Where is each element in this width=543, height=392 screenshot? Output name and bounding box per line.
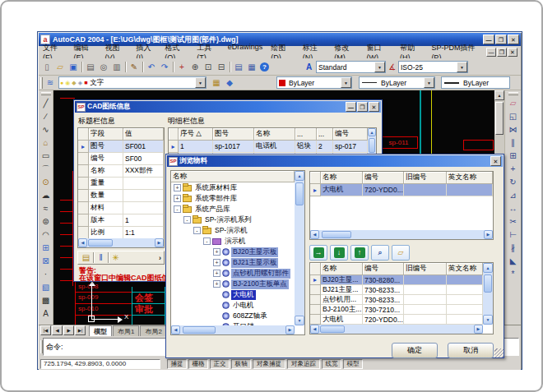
column-header[interactable]: 编号 [363, 263, 404, 275]
help-icon[interactable]: ? [260, 62, 269, 71]
layer-previous-icon[interactable]: ◆ [223, 76, 236, 90]
cell[interactable] [404, 295, 447, 305]
scrollbar-right-button[interactable]: ▶ [484, 230, 493, 239]
cell[interactable]: 2 [317, 141, 333, 153]
tree-item[interactable]: -演示机 [171, 236, 295, 247]
properties-icon[interactable]: ▤ [232, 61, 245, 74]
scrollbar[interactable]: ▲▼ [295, 171, 304, 325]
cell[interactable]: 730-8233... [363, 285, 404, 295]
cell[interactable] [447, 295, 483, 305]
erase-icon[interactable]: ▱ [507, 97, 520, 110]
dialog-close-button[interactable]: ✕ [369, 102, 379, 112]
cell[interactable]: 点钞机用... [321, 295, 363, 305]
column-header[interactable]: 序号 △ [179, 128, 213, 141]
spline-icon[interactable]: ≈ [39, 202, 53, 215]
dialog-close-button[interactable]: ✕ [490, 156, 501, 166]
mdi-close-button[interactable]: ✕ [508, 48, 517, 57]
column-header[interactable]: 英文名称 [447, 263, 483, 275]
cell[interactable]: SF001 [123, 141, 164, 153]
polygon-icon[interactable]: ⌂ [39, 136, 53, 150]
column-header[interactable]: 编号 [363, 172, 404, 184]
scrollbar-thumb[interactable] [495, 102, 504, 135]
tree-item[interactable]: +BJ21主显示板 [171, 257, 295, 268]
cell[interactable] [404, 275, 447, 285]
table-row[interactable]: ▸BJ20主显...730-8280... [310, 275, 493, 285]
cell[interactable]: 大电机 [321, 315, 363, 325]
layer-states-icon[interactable]: ▦ [210, 76, 223, 90]
scrollbar-up-button[interactable]: ▲ [483, 263, 493, 273]
cell[interactable]: 编号 [89, 153, 123, 165]
column-header[interactable]: 英文名称 [447, 172, 493, 184]
mtext-icon[interactable]: A [39, 307, 53, 321]
tree-item[interactable]: 小电机 [171, 300, 295, 311]
stretch-icon[interactable]: ↔ [507, 202, 520, 215]
cell[interactable]: 大电机 [321, 184, 363, 196]
extend-icon[interactable]: ⊢ [507, 228, 520, 242]
dim-style-combo[interactable]: ISO-25▼ [398, 61, 468, 73]
table-row[interactable]: 编号SF00 [78, 153, 164, 165]
cell[interactable]: 730-7210... [363, 305, 404, 315]
cell[interactable] [123, 202, 164, 214]
tree-expand-toggle[interactable]: + [213, 259, 220, 266]
break-icon[interactable]: ∦ [507, 242, 520, 255]
region-icon[interactable]: ▩ [39, 294, 53, 307]
cell[interactable]: 730-8280... [363, 275, 404, 285]
tree-item[interactable]: +BJ-2100主板单点 [171, 279, 295, 289]
cell[interactable] [404, 184, 447, 196]
revcloud-icon[interactable]: ☁ [39, 189, 53, 202]
ok-button[interactable]: 确定 [392, 343, 438, 358]
columns-icon[interactable]: ‖ [95, 252, 106, 263]
move-up-icon[interactable]: ↑ [350, 245, 369, 261]
layers-manager-icon[interactable]: ≋ [44, 76, 57, 90]
status-toggle[interactable]: 捕捉 [167, 359, 187, 369]
status-toggle[interactable]: 正交 [210, 359, 230, 369]
column-header[interactable]: 图号 [213, 128, 254, 141]
table-row[interactable]: 材料 [78, 202, 164, 214]
table-row[interactable]: 比例1:1 [78, 227, 164, 239]
tree-expand-toggle[interactable]: - [174, 205, 181, 213]
cell[interactable]: XXX部件 [123, 165, 164, 178]
redo-icon[interactable]: ↷ [158, 61, 171, 74]
new-file-icon[interactable]: ▯ [40, 61, 53, 74]
status-toggle[interactable]: 线宽 [322, 359, 341, 369]
edit-fields-icon[interactable]: ▤ [81, 252, 91, 263]
table-row[interactable]: 版本1 [78, 214, 164, 227]
scrollbar-thumb[interactable] [320, 325, 345, 333]
scrollbar[interactable]: ◀▶ [78, 238, 164, 247]
dialog-minimize-button[interactable]: — [346, 102, 356, 112]
tree-expand-toggle[interactable]: - [203, 238, 211, 245]
cell[interactable] [447, 184, 493, 196]
scrollbar[interactable]: ◀▶ [310, 230, 493, 239]
cell[interactable]: 比例 [89, 227, 123, 239]
tree-item[interactable]: 大电机 [171, 289, 295, 300]
tab-nav-button[interactable]: |◀ [40, 325, 51, 335]
column-header[interactable]: 名称 [254, 128, 295, 141]
tab-layout[interactable]: 布局2 [140, 325, 166, 336]
tree-item[interactable]: -系统产品库 [171, 204, 295, 214]
tab-nav-button[interactable]: ▶| [75, 325, 86, 335]
status-toggle[interactable]: 对象捕捉 [253, 359, 285, 369]
column-header[interactable]: 字段 [89, 128, 123, 141]
open-folder-icon[interactable]: ▱ [392, 245, 410, 261]
cell[interactable]: 1:1 [123, 227, 164, 239]
cell[interactable]: 重量 [89, 178, 123, 190]
tree-header[interactable]: 名称 [171, 171, 295, 182]
chamfer-icon[interactable]: ◣ [507, 255, 520, 268]
match-properties-icon[interactable]: ✎ [128, 61, 141, 74]
chevron-down-icon[interactable]: ▼ [457, 62, 467, 72]
color-combo[interactable]: ByLayer ▼ [276, 76, 352, 89]
column-header[interactable]: 旧编号 [404, 172, 447, 184]
tree-expand-toggle[interactable]: - [193, 227, 201, 234]
cell[interactable]: BJ20主显... [321, 275, 363, 285]
undo-icon[interactable]: ↶ [145, 61, 158, 74]
open-file-icon[interactable]: ▱ [53, 61, 67, 74]
scrollbar-thumb[interactable] [88, 239, 113, 247]
layer-combo[interactable]: ●◉◆◈■ 文字 ▼ [58, 76, 207, 89]
chevron-down-icon[interactable]: ▼ [424, 77, 434, 88]
offset-icon[interactable]: ∥ [507, 136, 520, 150]
tree-item[interactable]: +系统零部件库 [171, 193, 295, 204]
cell[interactable]: BJ21主显... [321, 285, 363, 295]
coordinates-readout[interactable]: 725.1794, 429.8903, 0.0000 [40, 359, 160, 369]
cell[interactable]: SF00 [123, 153, 164, 165]
cell[interactable]: 730-8233... [363, 295, 404, 305]
